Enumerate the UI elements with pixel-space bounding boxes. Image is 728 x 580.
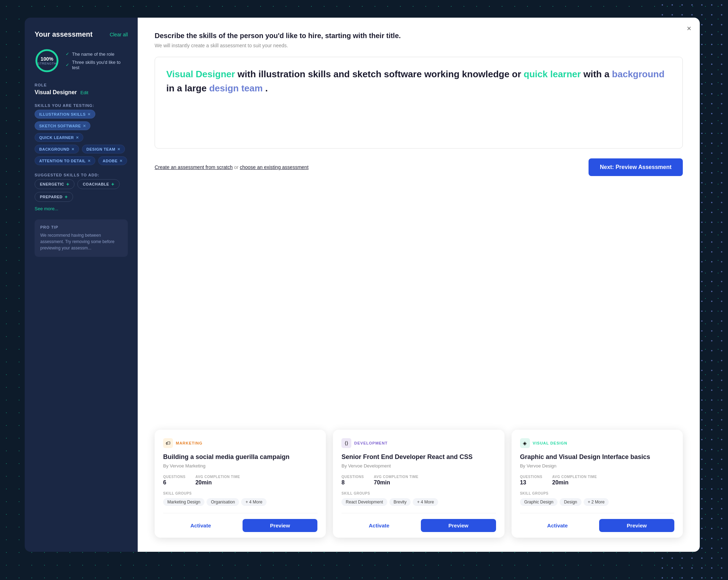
card-0-preview[interactable]: Preview	[243, 519, 318, 532]
card-2-time-value: 20min	[552, 479, 597, 486]
card-0-title: Building a social media guerilla campaig…	[163, 453, 317, 461]
edit-role-link[interactable]: Edit	[80, 90, 88, 95]
suggested-section: SUGGESTED SKILLS TO ADD: ENERGETIC + COA…	[35, 173, 128, 212]
sidebar-header: Your assessment Clear all	[35, 30, 128, 38]
card-1-skill-more: + 4 More	[413, 498, 438, 506]
editor-quick-learner: quick learner	[524, 69, 581, 79]
card-0-questions: QUESTIONS 6	[163, 475, 185, 486]
remove-skill-6[interactable]: ×	[120, 158, 123, 163]
remove-skill-5[interactable]: ×	[88, 158, 91, 163]
role-row: Visual Designer Edit	[35, 89, 128, 96]
editor-part2: with illustration skills and sketch soft…	[238, 69, 524, 79]
card-1-actions: Activate Preview	[341, 513, 496, 538]
card-1-q-value: 8	[341, 479, 364, 486]
card-2: ◈ VISUAL DESIGN Graphic and Visual Desig…	[512, 430, 683, 538]
card-0-stats: QUESTIONS 6 AVG COMPLETION TIME 20min	[163, 475, 317, 486]
skill-tag-0[interactable]: ILLUSTRATION SKILLS ×	[35, 110, 95, 119]
card-2-stats: QUESTIONS 13 AVG COMPLETION TIME 20min	[520, 475, 674, 486]
choose-existing-link[interactable]: choose an existing assessment	[240, 164, 309, 170]
card-2-preview[interactable]: Preview	[599, 519, 674, 532]
card-2-skill-0: Graphic Design	[520, 498, 558, 506]
suggested-label: SUGGESTED SKILLS TO ADD:	[35, 173, 128, 177]
card-1-preview[interactable]: Preview	[421, 519, 496, 532]
clear-all-link[interactable]: Clear all	[110, 32, 128, 37]
modal-area: × Describe the skills of the person you'…	[138, 18, 700, 552]
next-preview-button[interactable]: Next: Preview Assessment	[589, 158, 683, 176]
suggested-tags: ENERGETIC + COACHABLE + PREPARED +	[35, 179, 128, 202]
create-from-scratch-link[interactable]: Create an assessment from scratch	[155, 164, 233, 170]
strength-label: STRENGTH	[37, 62, 56, 65]
card-1-author: By Vervoe Development	[341, 463, 496, 469]
skill-tag-4[interactable]: DESIGN TEAM ×	[82, 145, 125, 153]
card-0-skill-1: Organisation	[207, 498, 239, 506]
card-2-skill-1: Design	[560, 498, 581, 506]
card-1-stats: QUESTIONS 8 AVG COMPLETION TIME 70min	[341, 475, 496, 486]
card-1-skill-label: SKILL GROUPS	[341, 491, 496, 495]
skill-tag-6[interactable]: ADOBE ×	[98, 156, 127, 165]
card-0-cat-label: MARKETING	[176, 441, 203, 445]
skill-tag-2[interactable]: QUICK LEARNER ×	[35, 133, 83, 142]
remove-skill-4[interactable]: ×	[118, 147, 120, 151]
modal-title: Describe the skills of the person you'd …	[155, 32, 683, 40]
card-1-title: Senior Front End Developer React and CSS	[341, 453, 496, 461]
pro-tip-text: We recommend having between assessment. …	[40, 232, 122, 251]
card-2-actions: Activate Preview	[520, 513, 674, 538]
card-2-cat-label: VISUAL DESIGN	[533, 441, 567, 445]
add-suggest-0[interactable]: +	[66, 181, 70, 187]
card-0-time: AVG COMPLETION TIME 20min	[195, 475, 240, 486]
card-0-category: 🏷 MARKETING	[163, 438, 317, 448]
card-2-cat-icon: ◈	[520, 438, 530, 448]
card-0-skill-label: SKILL GROUPS	[163, 491, 317, 495]
add-suggest-1[interactable]: +	[111, 181, 114, 187]
sidebar: Your assessment Clear all 100% STRENGTH	[25, 18, 138, 552]
check-item-2: ✓ Three skills you'd like to test	[66, 60, 128, 70]
add-suggest-2[interactable]: +	[65, 194, 68, 200]
remove-skill-2[interactable]: ×	[76, 135, 79, 140]
skills-label: SKILLS YOU ARE TESTING:	[35, 103, 128, 108]
card-1-questions: QUESTIONS 8	[341, 475, 364, 486]
editor-design-team: design team	[209, 83, 263, 93]
editor-background: background	[612, 69, 664, 79]
modal-bottom: Create an assessment from scratch or cho…	[155, 158, 683, 176]
card-2-title: Graphic and Visual Design Interface basi…	[520, 453, 674, 461]
see-more-link[interactable]: See more...	[35, 206, 58, 211]
editor-part5: in a large	[166, 83, 209, 93]
text-editor[interactable]: Visual Designer with illustration skills…	[155, 57, 683, 149]
suggest-tag-0[interactable]: ENERGETIC +	[35, 179, 74, 189]
card-2-activate[interactable]: Activate	[520, 519, 595, 532]
card-1-category: ⟨⟩ DEVELOPMENT	[341, 438, 496, 448]
card-2-q-value: 13	[520, 479, 542, 486]
card-0-time-value: 20min	[195, 479, 240, 486]
modal-close-button[interactable]: ×	[687, 25, 691, 32]
pro-tip-label: PRO TIP	[40, 225, 122, 229]
bottom-links: Create an assessment from scratch or cho…	[155, 164, 309, 170]
bottom-or: or	[234, 164, 240, 170]
card-2-skill-label: SKILL GROUPS	[520, 491, 674, 495]
remove-skill-1[interactable]: ×	[83, 123, 86, 128]
card-0-skill-more: + 4 More	[241, 498, 267, 506]
card-0-activate[interactable]: Activate	[163, 519, 238, 532]
strength-checklist: ✓ The name of the role ✓ Three skills yo…	[66, 52, 128, 70]
role-label: ROLE	[35, 83, 128, 87]
card-1-cat-label: DEVELOPMENT	[354, 441, 388, 445]
suggest-tag-1[interactable]: COACHABLE +	[77, 179, 119, 189]
skill-tag-3[interactable]: BACKGROUND ×	[35, 145, 79, 153]
card-1-activate[interactable]: Activate	[341, 519, 417, 532]
skill-tag-5[interactable]: ATTENTION TO DETAIL ×	[35, 156, 95, 165]
skill-tag-1[interactable]: SKETCH SOFTWARE ×	[35, 121, 90, 130]
remove-skill-3[interactable]: ×	[72, 147, 74, 151]
card-0-q-value: 6	[163, 479, 185, 486]
skills-tags: ILLUSTRATION SKILLS × SKETCH SOFTWARE × …	[35, 110, 128, 165]
card-0-cat-icon: 🏷	[163, 438, 173, 448]
role-name: Visual Designer	[35, 89, 77, 96]
remove-skill-0[interactable]: ×	[88, 112, 91, 116]
card-0-skill-0: Marketing Design	[163, 498, 204, 506]
suggest-tag-2[interactable]: PREPARED +	[35, 192, 73, 202]
editor-content: Visual Designer with illustration skills…	[166, 67, 671, 96]
card-2-time: AVG COMPLETION TIME 20min	[552, 475, 597, 486]
card-0-skill-tags: Marketing Design Organisation + 4 More	[163, 498, 317, 506]
card-1-time-value: 70min	[374, 479, 419, 486]
skills-section: SKILLS YOU ARE TESTING: ILLUSTRATION SKI…	[35, 103, 128, 165]
progress-section: 100% STRENGTH ✓ The name of the role ✓ T…	[35, 48, 128, 73]
check-item-1: ✓ The name of the role	[66, 52, 128, 57]
